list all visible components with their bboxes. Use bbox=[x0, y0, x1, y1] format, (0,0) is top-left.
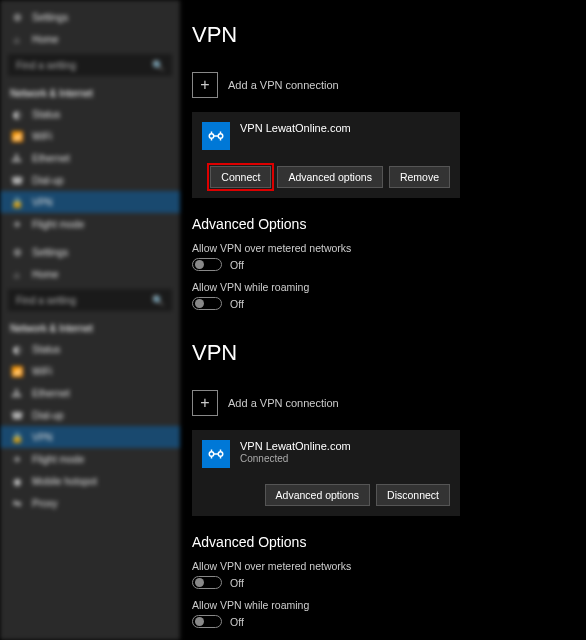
advanced-options-button[interactable]: Advanced options bbox=[277, 166, 382, 188]
sidebar-item-flightmode[interactable]: ✈Flight mode bbox=[0, 213, 180, 235]
sidebar-home[interactable]: ⌂ Home bbox=[0, 263, 180, 285]
sidebar-item-status[interactable]: ◐Status bbox=[0, 338, 180, 360]
sidebar-item-hotspot[interactable]: ◉Mobile hotspot bbox=[0, 470, 180, 492]
sidebar-item-status[interactable]: ◐Status bbox=[0, 103, 180, 125]
toggle-track bbox=[192, 615, 222, 628]
vpn-section-disconnected: VPN + Add a VPN connection VPN LewatOnli… bbox=[180, 22, 586, 340]
disconnect-button[interactable]: Disconnect bbox=[376, 484, 450, 506]
sidebar-search[interactable]: Find a setting 🔍 bbox=[8, 289, 172, 311]
vpn-connection-icon bbox=[202, 122, 230, 150]
plus-icon: + bbox=[192, 72, 218, 98]
sidebar-item-label: Ethernet bbox=[32, 153, 70, 164]
sidebar-item-label: Mobile hotspot bbox=[32, 476, 97, 487]
toggle-state: Off bbox=[230, 577, 244, 589]
sidebar-item-label: WiFi bbox=[32, 131, 52, 142]
sidebar-item-label: Dial-up bbox=[32, 410, 64, 421]
toggle-state: Off bbox=[230, 259, 244, 271]
wifi-icon: 📶 bbox=[10, 364, 24, 378]
sidebar-home-label: Home bbox=[32, 34, 59, 45]
sidebar-item-label: VPN bbox=[32, 197, 53, 208]
option-metered: Allow VPN over metered networks Off bbox=[192, 560, 586, 589]
add-vpn-label: Add a VPN connection bbox=[228, 79, 339, 91]
remove-button[interactable]: Remove bbox=[389, 166, 450, 188]
sidebar-category: Network & Internet bbox=[0, 82, 180, 103]
airplane-icon: ✈ bbox=[10, 452, 24, 466]
toggle-thumb bbox=[195, 260, 204, 269]
sidebar-category: Network & Internet bbox=[0, 317, 180, 338]
search-placeholder: Find a setting bbox=[16, 295, 76, 306]
status-icon: ◐ bbox=[10, 342, 24, 356]
sidebar-item-vpn[interactable]: 🔒VPN bbox=[0, 426, 180, 448]
toggle-metered[interactable]: Off bbox=[192, 258, 586, 271]
sidebar-item-label: Proxy bbox=[32, 498, 58, 509]
search-placeholder: Find a setting bbox=[16, 60, 76, 71]
add-vpn-label: Add a VPN connection bbox=[228, 397, 339, 409]
toggle-metered[interactable]: Off bbox=[192, 576, 586, 589]
ethernet-icon: 🖧 bbox=[10, 386, 24, 400]
option-label: Allow VPN over metered networks bbox=[192, 242, 586, 254]
settings-sidebar: ⚙ Settings ⌂ Home Find a setting 🔍 Netwo… bbox=[0, 0, 180, 640]
sidebar-item-label: Status bbox=[32, 109, 60, 120]
sidebar-home[interactable]: ⌂ Home bbox=[0, 28, 180, 50]
vpn-icon: 🔒 bbox=[10, 430, 24, 444]
page-title: VPN bbox=[192, 340, 586, 366]
sidebar-settings[interactable]: ⚙ Settings bbox=[0, 6, 180, 28]
vpn-connection-name: VPN LewatOnline.com bbox=[240, 440, 351, 452]
advanced-options-heading: Advanced Options bbox=[192, 216, 586, 232]
add-vpn-row[interactable]: + Add a VPN connection bbox=[192, 384, 586, 422]
status-icon: ◐ bbox=[10, 107, 24, 121]
gear-icon: ⚙ bbox=[10, 10, 24, 24]
svg-point-3 bbox=[218, 452, 223, 457]
vpn-connection-icon bbox=[202, 440, 230, 468]
toggle-state: Off bbox=[230, 298, 244, 310]
toggle-thumb bbox=[195, 299, 204, 308]
sidebar-item-ethernet[interactable]: 🖧Ethernet bbox=[0, 147, 180, 169]
toggle-roaming[interactable]: Off bbox=[192, 615, 586, 628]
vpn-connection-name: VPN LewatOnline.com bbox=[240, 122, 351, 134]
home-icon: ⌂ bbox=[10, 32, 24, 46]
wifi-icon: 📶 bbox=[10, 129, 24, 143]
sidebar-settings[interactable]: ⚙ Settings bbox=[0, 241, 180, 263]
sidebar-item-flightmode[interactable]: ✈Flight mode bbox=[0, 448, 180, 470]
svg-point-1 bbox=[218, 134, 223, 139]
vpn-section-connected: VPN + Add a VPN connection VPN LewatOnli… bbox=[180, 340, 586, 640]
sidebar-search[interactable]: Find a setting 🔍 bbox=[8, 54, 172, 76]
dialup-icon: ☎ bbox=[10, 408, 24, 422]
sidebar-item-dialup[interactable]: ☎Dial-up bbox=[0, 169, 180, 191]
search-icon: 🔍 bbox=[152, 295, 164, 306]
option-label: Allow VPN while roaming bbox=[192, 599, 586, 611]
sidebar-item-ethernet[interactable]: 🖧Ethernet bbox=[0, 382, 180, 404]
sidebar-item-label: Dial-up bbox=[32, 175, 64, 186]
hotspot-icon: ◉ bbox=[10, 474, 24, 488]
svg-point-2 bbox=[209, 452, 214, 457]
sidebar-settings-label: Settings bbox=[32, 247, 68, 258]
sidebar-item-proxy[interactable]: ⇆Proxy bbox=[0, 492, 180, 514]
connect-button[interactable]: Connect bbox=[210, 166, 271, 188]
option-roaming: Allow VPN while roaming Off bbox=[192, 599, 586, 628]
toggle-track bbox=[192, 576, 222, 589]
vpn-connection-card[interactable]: VPN LewatOnline.com Connected Advanced o… bbox=[192, 430, 460, 516]
option-label: Allow VPN while roaming bbox=[192, 281, 586, 293]
vpn-connection-card[interactable]: VPN LewatOnline.com Connect Advanced opt… bbox=[192, 112, 460, 198]
toggle-track bbox=[192, 258, 222, 271]
toggle-thumb bbox=[195, 617, 204, 626]
sidebar-item-vpn[interactable]: 🔒VPN bbox=[0, 191, 180, 213]
gear-icon: ⚙ bbox=[10, 245, 24, 259]
plus-icon: + bbox=[192, 390, 218, 416]
sidebar-home-label: Home bbox=[32, 269, 59, 280]
option-roaming: Allow VPN while roaming Off bbox=[192, 281, 586, 310]
sidebar-item-dialup[interactable]: ☎Dial-up bbox=[0, 404, 180, 426]
search-icon: 🔍 bbox=[152, 60, 164, 71]
advanced-options-heading: Advanced Options bbox=[192, 534, 586, 550]
sidebar-item-wifi[interactable]: 📶WiFi bbox=[0, 360, 180, 382]
add-vpn-row[interactable]: + Add a VPN connection bbox=[192, 66, 586, 104]
proxy-icon: ⇆ bbox=[10, 496, 24, 510]
page-title: VPN bbox=[192, 22, 586, 48]
toggle-roaming[interactable]: Off bbox=[192, 297, 586, 310]
vpn-settings-panel: VPN + Add a VPN connection VPN LewatOnli… bbox=[180, 0, 586, 640]
dialup-icon: ☎ bbox=[10, 173, 24, 187]
advanced-options-button[interactable]: Advanced options bbox=[265, 484, 370, 506]
vpn-connection-status: Connected bbox=[240, 453, 351, 464]
sidebar-item-label: Ethernet bbox=[32, 388, 70, 399]
sidebar-item-wifi[interactable]: 📶WiFi bbox=[0, 125, 180, 147]
